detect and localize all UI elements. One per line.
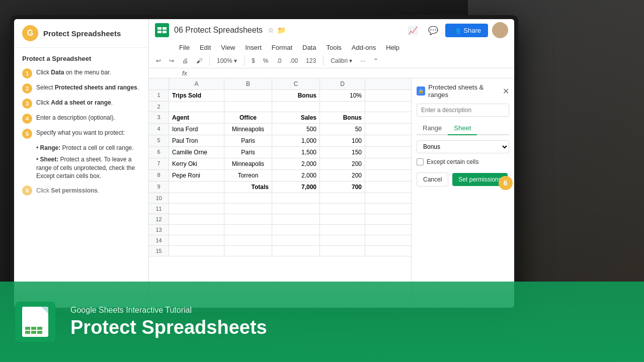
menu-view[interactable]: View	[217, 42, 239, 53]
tab-sheet[interactable]: Sheet	[448, 122, 477, 135]
decimal-dec-btn[interactable]: .0	[273, 56, 284, 66]
comment-icon[interactable]: 💬	[425, 22, 441, 38]
menu-file[interactable]: File	[175, 42, 194, 53]
divider-1	[209, 56, 210, 66]
collapse-btn[interactable]: ⌃	[370, 56, 381, 66]
cell-d9[interactable]: 700	[320, 182, 365, 193]
cell-a7[interactable]: Kerry Oki	[169, 158, 224, 169]
star-icon[interactable]: ☆	[268, 26, 274, 34]
cell-c1[interactable]: Bonus	[272, 90, 320, 101]
menu-help[interactable]: Help	[382, 42, 404, 53]
font-selector[interactable]: Calibri ▾	[328, 56, 355, 66]
row-4-num: 4	[149, 124, 169, 135]
cell-a3[interactable]: Agent	[169, 112, 224, 123]
grid-cell-2	[31, 327, 36, 330]
tutorial-panel: G Protect Spreadsheets Protect a Spreads…	[14, 19, 149, 308]
spreadsheet-body: A B C D 1 Trips Sold Bonus 10%	[149, 78, 514, 308]
more-btn[interactable]: ···	[357, 56, 368, 66]
cell-d8[interactable]: 200	[320, 170, 365, 181]
cell-a6[interactable]: Camille Orne	[169, 147, 224, 158]
row-12: 12	[149, 214, 411, 225]
row-5-num: 5	[149, 135, 169, 146]
laptop-screen: G Protect Spreadsheets Protect a Spreads…	[14, 19, 514, 308]
step-6: 6 Click Set permissions.	[22, 186, 140, 196]
cell-a5[interactable]: Paul Tron	[169, 135, 224, 146]
row-5: 5 Paul Tron Paris 1,000 100	[149, 135, 411, 147]
formula-bar: fx	[149, 68, 514, 78]
cell-c5[interactable]: 1,000	[272, 135, 320, 146]
cell-a8[interactable]: Pepe Roni	[169, 170, 224, 181]
undo-btn[interactable]: ↩	[153, 56, 164, 66]
cell-d7[interactable]: 200	[320, 158, 365, 169]
close-panel-button[interactable]: ✕	[503, 86, 509, 96]
cell-b5[interactable]: Paris	[224, 135, 272, 146]
paint-btn[interactable]: 🖌	[193, 56, 205, 66]
menu-edit[interactable]: Edit	[196, 42, 215, 53]
cell-a9[interactable]	[169, 182, 224, 193]
col-c-header: C	[272, 78, 320, 89]
folder-icon[interactable]: 📁	[277, 26, 286, 34]
col-b-header: B	[224, 78, 272, 89]
cell-c2[interactable]	[272, 102, 320, 112]
menu-addons[interactable]: Add-ons	[348, 42, 380, 53]
grid: A B C D 1 Trips Sold Bonus 10%	[149, 78, 411, 256]
cell-c4[interactable]: 500	[272, 124, 320, 135]
print-btn[interactable]: 🖨	[179, 56, 191, 66]
description-input[interactable]	[417, 104, 509, 117]
cell-b3[interactable]: Office	[224, 112, 272, 123]
cell-b2[interactable]	[224, 102, 272, 112]
cell-b8[interactable]: Torreon	[224, 170, 272, 181]
cell-c3[interactable]: Sales	[272, 112, 320, 123]
cell-d6[interactable]: 150	[320, 147, 365, 158]
cell-c8[interactable]: 2,000	[272, 170, 320, 181]
toolbar: ↩ ↪ 🖨 🖌 100% ▾ $ % .0 .00 123 Calibri ▾ …	[149, 54, 514, 68]
cell-b6[interactable]: Paris	[224, 147, 272, 158]
cell-d5[interactable]: 100	[320, 135, 365, 146]
menu-format[interactable]: Format	[268, 42, 296, 53]
doc-title: 06 Protect Spreadsheets	[174, 26, 263, 35]
cell-b1[interactable]	[224, 90, 272, 101]
zoom-selector[interactable]: 100% ▾	[214, 56, 240, 66]
menu-data[interactable]: Data	[298, 42, 320, 53]
except-cells-label: Except certain cells	[427, 158, 478, 165]
cell-d3[interactable]: Bonus	[320, 112, 365, 123]
grid-cell-6	[37, 331, 42, 334]
cell-c6[interactable]: 1,500	[272, 147, 320, 158]
cell-c7[interactable]: 2,000	[272, 158, 320, 169]
cell-d1[interactable]: 10%	[320, 90, 365, 101]
row-3: 3 Agent Office Sales Bonus	[149, 112, 411, 124]
except-cells-checkbox[interactable]	[417, 158, 424, 165]
cell-b9[interactable]: Totals	[224, 182, 272, 193]
redo-btn[interactable]: ↪	[166, 56, 177, 66]
cell-c9[interactable]: 7,000	[272, 182, 320, 193]
menu-tools[interactable]: Tools	[322, 42, 345, 53]
grid-cell-4	[25, 331, 30, 334]
col-d-header: D	[320, 78, 365, 89]
share-button[interactable]: 👥 Share	[445, 24, 488, 37]
share-label: Share	[463, 27, 481, 34]
cell-b4[interactable]: Minneapolis	[224, 124, 272, 135]
menu-insert[interactable]: Insert	[241, 42, 266, 53]
sheet-selector[interactable]: Bonus	[417, 140, 509, 153]
decimal-inc-btn[interactable]: .00	[286, 56, 301, 66]
tab-range[interactable]: Range	[417, 122, 448, 134]
panel-title: 🔒 Protected sheets & ranges	[417, 83, 503, 99]
row-2: 2	[149, 102, 411, 112]
percent-btn[interactable]: %	[260, 56, 272, 66]
chart-icon[interactable]: 📈	[405, 22, 421, 38]
col-a-header: A	[169, 78, 224, 89]
cell-a1[interactable]: Trips Sold	[169, 90, 224, 101]
step-6-num: 6	[22, 186, 32, 196]
cell-b7[interactable]: Minneapolis	[224, 158, 272, 169]
cell-d4[interactable]: 50	[320, 124, 365, 135]
panel-title-text: Protected sheets & ranges	[428, 83, 503, 99]
cell-a2[interactable]	[169, 102, 224, 112]
currency-btn[interactable]: $	[249, 56, 258, 66]
number-format-btn[interactable]: 123	[303, 56, 319, 66]
row-11: 11	[149, 204, 411, 214]
panel-tabs: Range Sheet	[417, 122, 509, 135]
cancel-button[interactable]: Cancel	[417, 172, 448, 187]
cell-d2[interactable]	[320, 102, 365, 112]
formula-icon: fx	[182, 69, 187, 77]
cell-a4[interactable]: Iona Ford	[169, 124, 224, 135]
